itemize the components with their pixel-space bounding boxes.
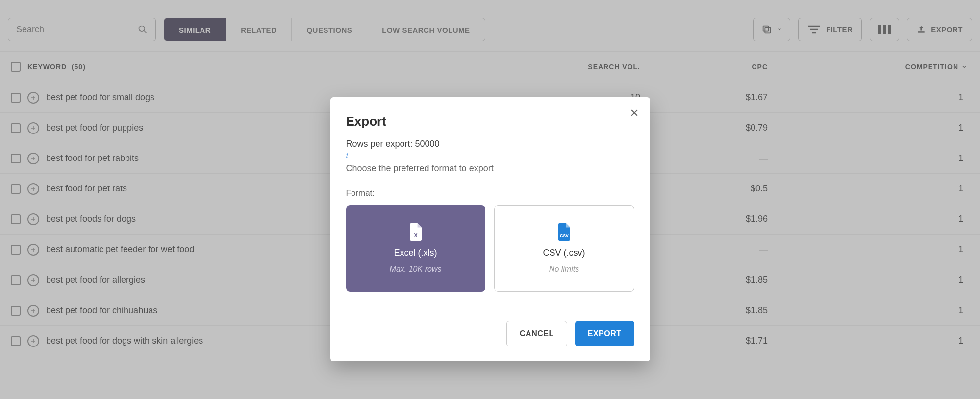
export-modal: Export Rows per export: 50000 i Choose t… xyxy=(330,97,650,361)
format-label: Format: xyxy=(346,188,634,198)
svg-text:X: X xyxy=(414,232,418,238)
file-csv-icon: CSV xyxy=(557,223,572,241)
cancel-button[interactable]: CANCEL xyxy=(506,321,567,346)
close-icon[interactable] xyxy=(629,108,639,119)
modal-description: Choose the preferred format to export xyxy=(346,163,634,174)
format-csv-note: No limits xyxy=(549,265,579,274)
modal-overlay[interactable]: Export Rows per export: 50000 i Choose t… xyxy=(0,0,980,399)
modal-rows-per-export: Rows per export: 50000 xyxy=(346,139,634,149)
info-icon[interactable]: i xyxy=(346,151,634,160)
modal-export-button[interactable]: EXPORT xyxy=(575,321,634,346)
file-xls-icon: X xyxy=(408,223,423,241)
format-excel-name: Excel (.xls) xyxy=(394,248,437,258)
format-excel-note: Max. 10K rows xyxy=(390,265,442,274)
format-option-csv[interactable]: CSV CSV (.csv) No limits xyxy=(494,205,634,292)
format-options: X Excel (.xls) Max. 10K rows CSV CSV (.c… xyxy=(346,205,634,292)
format-csv-name: CSV (.csv) xyxy=(543,248,585,258)
modal-title: Export xyxy=(346,114,634,129)
svg-text:CSV: CSV xyxy=(560,233,569,238)
format-option-excel[interactable]: X Excel (.xls) Max. 10K rows xyxy=(346,205,485,292)
modal-actions: CANCEL EXPORT xyxy=(346,321,634,346)
